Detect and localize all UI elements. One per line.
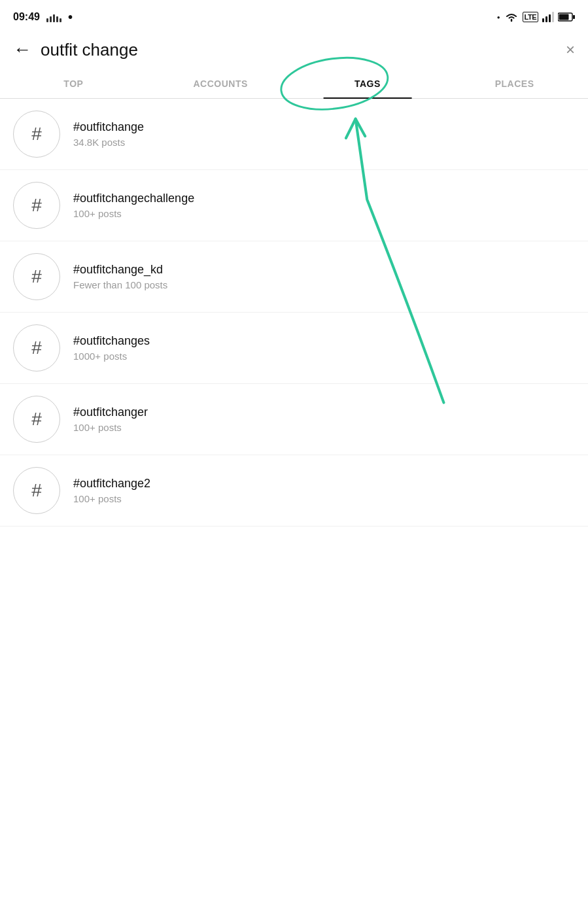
hash-icon: # <box>31 124 42 145</box>
svg-rect-5 <box>559 14 569 20</box>
audio-indicator <box>46 12 61 22</box>
tag-name: #outfitchange2 <box>73 477 150 491</box>
hash-icon: # <box>31 337 42 358</box>
notification-dot: • <box>68 10 73 25</box>
close-button[interactable]: × <box>566 41 575 59</box>
tag-posts: 100+ posts <box>73 208 194 219</box>
battery-icon <box>558 12 575 22</box>
tag-icon-circle: # <box>13 111 60 158</box>
tag-name: #outfitchangechallenge <box>73 192 194 205</box>
tag-item-outfitchanger[interactable]: # #outfitchanger 100+ posts <box>0 384 588 455</box>
tag-icon-circle: # <box>13 182 60 229</box>
status-left: 09:49 • <box>13 10 73 25</box>
tab-accounts[interactable]: ACCOUNTS <box>147 69 294 98</box>
tag-name: #outfitchange_kd <box>73 263 167 277</box>
tag-item-outfitchange2[interactable]: # #outfitchange2 100+ posts <box>0 455 588 527</box>
time-display: 09:49 <box>13 11 40 23</box>
tag-posts: 1000+ posts <box>73 351 150 362</box>
tag-info: #outfitchange_kd Fewer than 100 posts <box>73 263 167 290</box>
tag-icon-circle: # <box>13 467 60 514</box>
svg-rect-2 <box>549 14 551 22</box>
tab-bar: TOP ACCOUNTS TAGS PLACES <box>0 69 588 99</box>
tag-posts: 34.8K posts <box>73 137 144 148</box>
tab-top[interactable]: TOP <box>0 69 147 98</box>
tag-item-outfitchange-kd[interactable]: # #outfitchange_kd Fewer than 100 posts <box>0 241 588 313</box>
tag-item-outfitchange[interactable]: # #outfitchange 34.8K posts <box>0 99 588 170</box>
tag-name: #outfitchanger <box>73 406 148 419</box>
tag-icon-circle: # <box>13 324 60 371</box>
tag-info: #outfitchanger 100+ posts <box>73 406 148 433</box>
tag-list: # #outfitchange 34.8K posts # #outfitcha… <box>0 99 588 527</box>
wifi-icon <box>504 12 519 22</box>
search-query-text: outfit change <box>41 40 566 60</box>
tag-posts: 100+ posts <box>73 422 148 433</box>
status-right: ● LTE <box>497 12 575 22</box>
lte-icon: LTE <box>523 12 538 22</box>
tab-tags[interactable]: TAGS <box>294 69 441 98</box>
svg-rect-0 <box>542 18 544 22</box>
tag-icon-circle: # <box>13 253 60 300</box>
signal-icon <box>542 12 554 22</box>
tag-info: #outfitchangechallenge 100+ posts <box>73 192 194 219</box>
tag-icon-circle: # <box>13 396 60 443</box>
tag-info: #outfitchange 34.8K posts <box>73 120 144 148</box>
svg-rect-3 <box>552 12 554 22</box>
hash-icon: # <box>31 266 42 287</box>
tab-places[interactable]: PLACES <box>441 69 588 98</box>
back-button[interactable]: ← <box>13 39 31 60</box>
tag-posts: Fewer than 100 posts <box>73 279 167 290</box>
tag-info: #outfitchange2 100+ posts <box>73 477 150 504</box>
tag-item-outfitchanges[interactable]: # #outfitchanges 1000+ posts <box>0 313 588 384</box>
hash-icon: # <box>31 480 42 501</box>
svg-rect-1 <box>545 16 547 22</box>
header: ← outfit change × <box>0 33 588 69</box>
tag-name: #outfitchanges <box>73 334 150 348</box>
svg-rect-6 <box>573 15 575 19</box>
notification-dot-right: ● <box>497 14 500 20</box>
tag-info: #outfitchanges 1000+ posts <box>73 334 150 362</box>
tag-name: #outfitchange <box>73 120 144 134</box>
tag-item-outfitchangechallenge[interactable]: # #outfitchangechallenge 100+ posts <box>0 170 588 241</box>
tag-posts: 100+ posts <box>73 493 150 504</box>
hash-icon: # <box>31 195 42 216</box>
hash-icon: # <box>31 409 42 430</box>
status-bar: 09:49 • ● LTE <box>0 0 588 33</box>
